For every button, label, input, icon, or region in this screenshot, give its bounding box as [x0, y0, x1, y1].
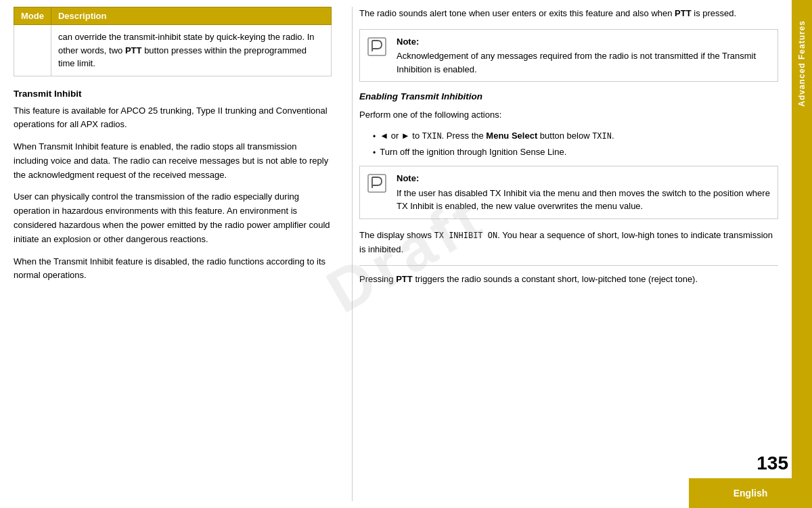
bullet-item-1: • ◄ or ► to TXIN. Press the Menu Select …	[373, 131, 778, 141]
note-text-1: Acknowledgement of any messages required…	[397, 51, 756, 74]
bullet-list: • ◄ or ► to TXIN. Press the Menu Select …	[373, 131, 778, 158]
note-icon-1	[367, 37, 391, 59]
pressing-ptt-text: Pressing PTT triggers the radio sounds a…	[359, 273, 778, 287]
transmit-inhibit-para3: User can physically control the transmis…	[14, 190, 332, 246]
note-title-2: Note:	[397, 172, 771, 185]
page-container: Draft Mode Description can override the …	[0, 0, 812, 508]
display-text: The display shows TX INHIBIT ON. You hea…	[359, 229, 778, 257]
bullet-item-1-text: ◄ or ► to TXIN. Press the Menu Select bu…	[380, 131, 614, 141]
bottom-bar-label: English	[734, 488, 768, 499]
table-header-mode: Mode	[14, 7, 51, 25]
perform-text: Perform one of the following actions:	[359, 108, 778, 122]
note-content-2: Note: If the user has disabled TX Inhibi…	[397, 172, 771, 213]
note-content-1: Note: Acknowledgement of any messages re…	[397, 35, 771, 76]
sidebar-vertical-text: Advanced Features	[797, 20, 807, 107]
transmit-inhibit-para4: When the Transmit Inhibit feature is dis…	[14, 255, 332, 283]
vertical-sidebar: Advanced Features	[792, 0, 812, 508]
note-text-2: If the user has disabled TX Inhibit via …	[397, 188, 770, 212]
note-box-2: Note: If the user has disabled TX Inhibi…	[359, 166, 778, 219]
right-intro-text: The radio sounds alert tone when user en…	[359, 7, 778, 21]
horizontal-rule	[359, 265, 778, 266]
table-header-description: Description	[51, 7, 331, 25]
table-cell-description: can override the transmit-inhibit state …	[51, 25, 331, 76]
right-column: The radio sounds alert tone when user en…	[352, 7, 778, 501]
note-box-1: Note: Acknowledgement of any messages re…	[359, 29, 778, 83]
left-column: Mode Description can override the transm…	[14, 7, 338, 501]
page-number: 135	[757, 453, 788, 474]
bottom-bar: English	[689, 478, 812, 508]
transmit-inhibit-para2: When Transmit Inhibit feature is enabled…	[14, 140, 332, 182]
transmit-inhibit-heading: Transmit Inhibit	[14, 89, 332, 99]
bullet-dot-2: •	[373, 148, 376, 158]
main-content: Mode Description can override the transm…	[0, 0, 792, 508]
bullet-arrow: •	[373, 132, 376, 141]
enabling-heading: Enabling Transmit Inhibition	[359, 91, 778, 101]
note-title-1: Note:	[397, 35, 771, 49]
table-row: can override the transmit-inhibit state …	[14, 25, 332, 76]
bullet-item-2-text: Turn off the ignition through Ignition S…	[380, 147, 566, 157]
bullet-item-2: • Turn off the ignition through Ignition…	[373, 147, 778, 158]
feature-table: Mode Description can override the transm…	[14, 7, 332, 76]
table-cell-mode	[14, 25, 51, 76]
note-icon-2	[367, 173, 391, 195]
transmit-inhibit-para1: This feature is available for APCO 25 tr…	[14, 104, 332, 133]
